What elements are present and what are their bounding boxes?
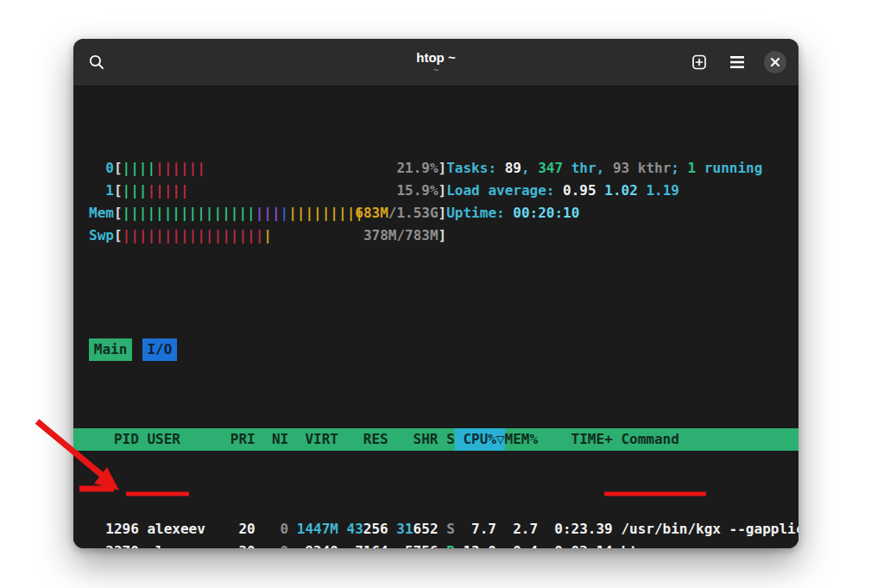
cell-time: 0:02.14 xyxy=(546,541,613,548)
search-icon[interactable] xyxy=(85,51,108,73)
cell-pri: 20 xyxy=(230,541,256,548)
header-state[interactable]: S xyxy=(446,428,455,451)
window-subtitle: ~ xyxy=(433,66,439,74)
tab-io[interactable]: I/O xyxy=(142,338,177,361)
meter-mem: Mem[|||||||||||||||||||||||||||||683M/1.… xyxy=(89,202,446,224)
uptime-line: Uptime: 00:20:10 xyxy=(446,202,762,224)
header-time[interactable]: TIME+ xyxy=(546,428,613,451)
cell-pid: 2270 xyxy=(89,541,139,548)
process-row[interactable]: 1296alexeev2001447M4325631652S7.72.70:23… xyxy=(73,518,798,541)
cell-virt: 9240 xyxy=(297,541,338,548)
cell-time: 0:23.39 xyxy=(546,518,613,541)
process-rows: 1296alexeev2001447M4325631652S7.72.70:23… xyxy=(73,518,798,548)
header-mem[interactable]: MEM% xyxy=(505,428,539,451)
header-pri[interactable]: PRI xyxy=(230,428,256,451)
cell-mem: 0.4 xyxy=(505,541,539,548)
cell-virt: 1447M xyxy=(297,518,338,541)
menu-icon[interactable] xyxy=(726,51,748,73)
cpu-memory-meters: 0[||||||||||21.9%]1[||||||||15.9%]Mem[||… xyxy=(73,157,446,247)
titlebar: htop ~ ~ xyxy=(73,39,798,86)
meter-cpu1: 1[||||||||15.9%] xyxy=(89,180,446,202)
cell-user: alexeev xyxy=(147,541,230,548)
sort-descending-icon: ▽ xyxy=(496,428,505,451)
screen-tabs: MainI/O xyxy=(73,338,798,361)
process-table-header: PIDUSERPRINIVIRTRESSHRS CPU%▽MEM%TIME+Co… xyxy=(73,428,798,451)
meter-swp: Swp[||||||||||||||||||378M/783M] xyxy=(89,224,446,247)
header-virt[interactable]: VIRT xyxy=(297,428,338,451)
cell-res: 43256 xyxy=(347,518,388,541)
cell-s: R xyxy=(446,541,455,548)
header-command[interactable]: Command xyxy=(621,428,798,451)
cell-shr: 31652 xyxy=(396,518,438,541)
close-icon[interactable] xyxy=(764,51,786,73)
cell-pri: 20 xyxy=(230,518,256,541)
cell-cpu: 13.0 xyxy=(463,541,496,548)
cell-user: alexeev xyxy=(147,518,230,541)
header-user[interactable]: USER xyxy=(147,428,230,451)
cell-ni: 0 xyxy=(263,518,288,541)
console-window: htop ~ ~ xyxy=(73,39,798,548)
window-title: htop ~ xyxy=(416,50,455,65)
cell-pid: 1296 xyxy=(89,518,139,541)
cell-s: S xyxy=(446,518,455,541)
tab-main[interactable]: Main xyxy=(89,338,132,361)
cell-cmd: /usr/bin/kgx --gapplicat xyxy=(621,518,798,541)
cell-shr: 5756 xyxy=(396,541,438,548)
header-shr[interactable]: SHR xyxy=(396,428,438,451)
cell-cpu: 7.7 xyxy=(463,518,496,541)
header-pid[interactable]: PID xyxy=(89,428,139,451)
load-average-line: Load average: 0.95 1.02 1.19 xyxy=(446,180,762,202)
meter-cpu0: 0[||||||||||21.9%] xyxy=(89,157,446,180)
new-tab-icon[interactable] xyxy=(688,51,710,73)
cell-res: 7164 xyxy=(347,541,388,548)
header-ni[interactable]: NI xyxy=(263,428,288,451)
system-stats: Tasks: 89, 347 thr, 93 kthr; 1 runningLo… xyxy=(446,157,762,247)
cell-cmd: htop xyxy=(621,541,798,548)
header-res[interactable]: RES xyxy=(347,428,388,451)
cell-mem: 2.7 xyxy=(505,518,539,541)
header-cpu-sorted[interactable]: CPU%▽ xyxy=(455,428,505,451)
cell-ni: 0 xyxy=(263,541,288,548)
tasks-line: Tasks: 89, 347 thr, 93 kthr; 1 running xyxy=(446,157,762,180)
htop-terminal: 0[||||||||||21.9%]1[||||||||15.9%]Mem[||… xyxy=(73,86,798,548)
process-row[interactable]: 2270alexeev200924071645756R13.00.40:02.1… xyxy=(73,541,798,548)
